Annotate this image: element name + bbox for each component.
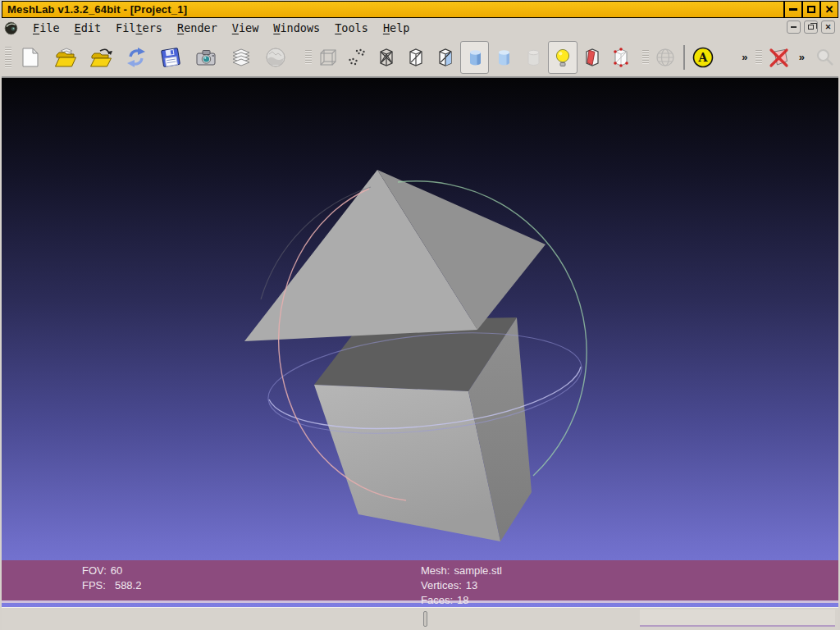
meshlab-window: MeshLab v1.3.2_64bit - [Project_1] ✕ Fil… — [0, 0, 840, 630]
render-hidden-lines-button[interactable] — [401, 41, 431, 74]
face-count-readout: Faces:18 — [421, 593, 502, 608]
render-flat-lines-button[interactable] — [431, 41, 460, 74]
import-mesh-button[interactable] — [83, 41, 118, 74]
menu-help[interactable]: Help — [376, 20, 418, 36]
delete-current-mesh-button[interactable] — [764, 41, 793, 74]
save-mesh-button[interactable] — [153, 41, 189, 74]
search-icon — [813, 46, 836, 69]
backface-icon — [581, 46, 604, 69]
minimize-icon — [789, 8, 797, 11]
toolbar-drag-handle-4[interactable] — [756, 50, 762, 65]
selected-vertices-icon — [609, 46, 632, 69]
main-toolbar: A » » — [2, 38, 838, 77]
mdi-close-icon: ✕ — [825, 24, 832, 31]
wire-globe-icon — [654, 46, 677, 69]
render-points-button[interactable] — [343, 41, 372, 74]
wireframe-icon — [375, 46, 398, 69]
new-project-button[interactable] — [13, 41, 48, 74]
svg-text:A: A — [698, 51, 709, 64]
mesh-name-readout: Mesh:sample.stl — [421, 564, 502, 578]
raster-globe-icon — [264, 46, 287, 69]
render-info-bar: FOV:60 FPS:588.2 Mesh:sample.stl Vertice… — [2, 560, 838, 603]
menu-windows[interactable]: Windows — [266, 20, 327, 36]
toolbar-drag-handle[interactable] — [5, 47, 11, 68]
vertex-count-readout: Vertices:13 — [421, 578, 502, 593]
points-icon — [345, 46, 368, 69]
maximize-button[interactable] — [801, 2, 819, 17]
lightbulb-icon — [551, 46, 574, 69]
menu-edit[interactable]: Edit — [67, 20, 109, 36]
render-flat-button[interactable] — [460, 41, 490, 74]
orientation-globe-button — [651, 41, 680, 74]
fov-readout: FOV:60 — [82, 564, 141, 578]
mdi-minimize-button[interactable] — [787, 21, 801, 34]
reload-mesh-button[interactable] — [118, 41, 153, 74]
scene-canvas — [2, 78, 838, 608]
mdi-restore-button[interactable] — [804, 21, 818, 34]
flat-lines-icon — [434, 46, 457, 69]
mesh-info: Mesh:sample.stl Vertices:13 Faces:18 — [421, 564, 502, 608]
meshlab-logo-icon — [4, 21, 19, 35]
flat-shading-icon — [463, 46, 486, 69]
gl-viewport[interactable]: FOV:60 FPS:588.2 Mesh:sample.stl Vertice… — [2, 77, 838, 607]
show-layer-dialog-button[interactable] — [223, 41, 258, 74]
save-floppy-icon — [159, 46, 182, 69]
titlebar[interactable]: MeshLab v1.3.2_64bit - [Project_1] ✕ — [2, 1, 838, 18]
camera-info: FOV:60 FPS:588.2 — [82, 564, 141, 593]
toolbar-overflow-button-1[interactable]: » — [737, 41, 752, 74]
menubar: File Edit Filters Render View Windows To… — [2, 18, 838, 38]
layers-icon — [230, 46, 253, 69]
window-controls: ✕ — [783, 2, 838, 17]
hidden-lines-icon — [404, 46, 427, 69]
render-bounding-box-button[interactable] — [313, 41, 343, 74]
minimize-button[interactable] — [783, 2, 801, 17]
text-annotation-icon: A — [692, 46, 714, 69]
menu-file[interactable]: File — [25, 20, 67, 36]
menu-view[interactable]: View — [225, 20, 267, 36]
screen-text-annotation-button[interactable]: A — [688, 41, 718, 74]
open-project-icon — [54, 46, 77, 69]
delete-mesh-icon — [766, 45, 791, 70]
import-mesh-icon — [89, 46, 112, 69]
toolbar-separator — [683, 45, 685, 70]
maximize-icon — [807, 6, 815, 13]
mdi-close-button[interactable]: ✕ — [821, 21, 835, 34]
new-document-icon — [19, 46, 42, 69]
show-selected-vertices-button[interactable] — [607, 41, 637, 74]
window-title: MeshLab v1.3.2_64bit - [Project_1] — [2, 3, 187, 16]
menu-tools[interactable]: Tools — [327, 20, 376, 36]
mdi-restore-icon — [808, 25, 814, 30]
texture-icon — [522, 46, 545, 69]
render-wireframe-button[interactable] — [372, 41, 401, 74]
mdi-window-controls: ✕ — [783, 21, 835, 34]
close-button[interactable]: ✕ — [819, 2, 838, 17]
bounding-box-icon — [317, 46, 340, 69]
render-smooth-button[interactable] — [489, 41, 518, 74]
open-project-button[interactable] — [48, 41, 84, 74]
fps-readout: FPS:588.2 — [82, 578, 141, 593]
statusbar — [2, 607, 838, 630]
filter-search-button — [810, 41, 838, 74]
toggle-light-button[interactable] — [548, 41, 578, 74]
progress-indicator — [423, 611, 427, 627]
toolbar-drag-handle-3[interactable] — [642, 50, 649, 65]
toolbar-drag-handle-2[interactable] — [305, 50, 312, 65]
menu-filters[interactable]: Filters — [108, 20, 170, 36]
statusbar-right-panel — [640, 609, 835, 627]
render-texture-button — [518, 41, 548, 74]
backface-render-button[interactable] — [578, 41, 607, 74]
smooth-shading-icon — [492, 46, 515, 69]
snapshot-button[interactable] — [189, 41, 224, 74]
mdi-minimize-icon — [791, 26, 797, 28]
menu-render[interactable]: Render — [170, 20, 225, 36]
camera-icon — [194, 46, 217, 69]
close-icon: ✕ — [825, 4, 834, 15]
reload-icon — [125, 46, 148, 69]
show-raster-button — [258, 41, 294, 74]
toolbar-overflow-button-2[interactable]: » — [795, 41, 810, 74]
